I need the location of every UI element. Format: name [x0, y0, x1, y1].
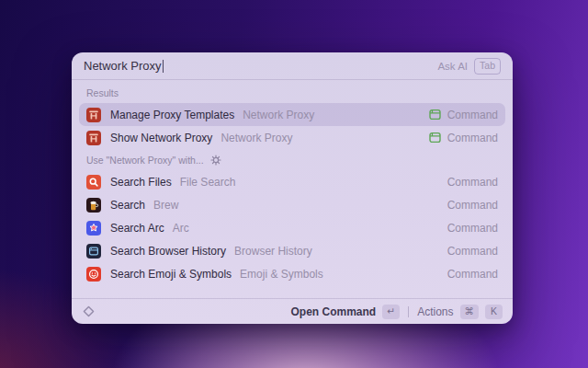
proxy-icon [86, 108, 101, 122]
use-with-section-text: Use "Network Proxy" with... [86, 155, 204, 166]
list-item-subtitle: Network Proxy [243, 109, 314, 121]
list-item-title: Search Files [110, 176, 172, 189]
list-item[interactable]: Search FilesFile SearchCommand [79, 170, 505, 193]
list-item-type: Command [447, 109, 498, 121]
list-item[interactable]: Show Network ProxyNetwork ProxyCommand [79, 126, 505, 149]
k-keycap: K [485, 305, 503, 319]
command-accessory-icon [429, 109, 441, 121]
list-item-subtitle: File Search [180, 176, 236, 189]
results-section-label: Results [79, 82, 505, 103]
list-item[interactable]: Manage Proxy TemplatesNetwork ProxyComma… [79, 103, 505, 126]
list-item-type: Command [447, 176, 498, 189]
tab-keycap: Tab [474, 58, 501, 75]
list-item-title: Search [110, 199, 145, 212]
arc-icon [86, 221, 101, 236]
cmd-keycap: ⌘ [460, 305, 480, 319]
list-item-subtitle: Browser History [234, 245, 312, 258]
search-bar[interactable]: Network Proxy Ask AI Tab [72, 52, 513, 80]
list-item-title: Show Network Proxy [110, 132, 212, 144]
list-item[interactable]: Search Emoji & SymbolsEmoji & SymbolsCom… [79, 262, 505, 285]
list-item-subtitle: Network Proxy [220, 132, 292, 144]
raycast-window: Network Proxy Ask AI Tab Results Manage … [72, 52, 513, 324]
return-keycap: ↵ [382, 305, 400, 319]
results-section-text: Results [86, 87, 119, 98]
list-item-title: Search Arc [110, 222, 164, 235]
list-item-title: Search Emoji & Symbols [110, 268, 232, 281]
primary-results: Manage Proxy TemplatesNetwork ProxyComma… [79, 103, 505, 149]
list-item-subtitle: Arc [173, 222, 189, 235]
fallback-results: Search FilesFile SearchCommandSearchBrew… [79, 170, 505, 285]
list-item-subtitle: Brew [153, 199, 178, 212]
use-with-section-label: Use "Network Proxy" with... [79, 149, 505, 170]
text-caret [163, 60, 164, 73]
gear-icon[interactable] [210, 155, 221, 166]
proxy-icon [86, 131, 101, 145]
list-item[interactable]: SearchBrewCommand [79, 193, 505, 216]
actions-label[interactable]: Actions [417, 305, 453, 318]
browser-history-icon [86, 244, 101, 259]
footer-bar: Open Command ↵ Actions ⌘ K [72, 298, 513, 324]
list-item-type: Command [447, 199, 498, 212]
list-item-type: Command [447, 268, 498, 281]
list-item-subtitle: Emoji & Symbols [240, 268, 323, 281]
list-item[interactable]: Search Browser HistoryBrowser HistoryCom… [79, 239, 505, 262]
ask-ai-label[interactable]: Ask AI [437, 61, 468, 72]
list-item-title: Manage Proxy Templates [110, 109, 234, 121]
list-item-type: Command [447, 245, 498, 258]
results-list: Results Manage Proxy TemplatesNetwork Pr… [72, 80, 513, 298]
brew-icon [86, 198, 101, 213]
search-input[interactable]: Network Proxy [84, 59, 162, 73]
list-item-title: Search Browser History [110, 245, 226, 258]
file-search-icon [86, 175, 101, 190]
list-item-type: Command [447, 222, 498, 235]
raycast-logo-icon [82, 305, 96, 318]
command-accessory-icon [429, 132, 441, 144]
list-item[interactable]: Search ArcArcCommand [79, 216, 505, 239]
list-item-type: Command [447, 132, 498, 144]
emoji-icon [86, 267, 101, 282]
footer-divider [408, 306, 409, 317]
open-command-label[interactable]: Open Command [290, 305, 376, 318]
